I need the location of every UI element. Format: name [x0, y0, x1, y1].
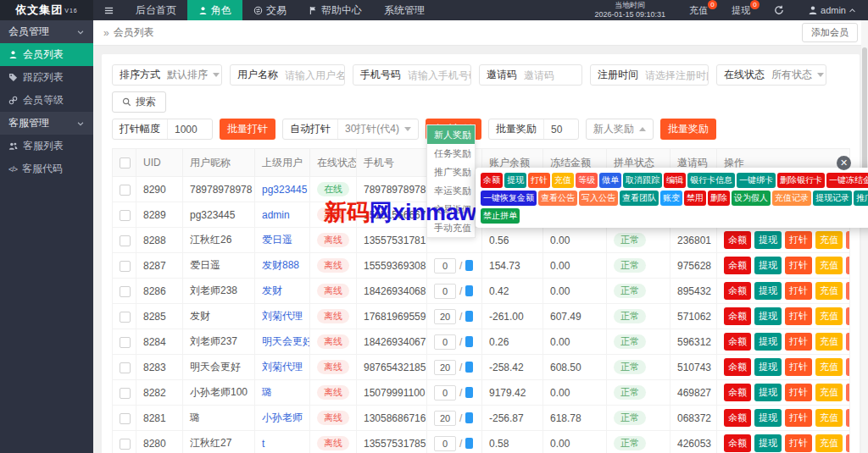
- popup-action-推广列表[interactable]: 推广列表: [854, 191, 868, 206]
- plan-edit-icon[interactable]: [465, 387, 473, 398]
- row-action-等级[interactable]: 等级: [846, 282, 850, 300]
- row-action-充值[interactable]: 充值: [815, 384, 843, 401]
- reward-option-交易返佣[interactable]: 交易返佣: [427, 200, 475, 218]
- row-action-等级[interactable]: 等级: [846, 409, 850, 427]
- plan-input[interactable]: [434, 309, 456, 324]
- popup-action-提现记录[interactable]: 提现记录: [813, 191, 852, 206]
- sidebar-section-客服管理[interactable]: 客服管理: [0, 112, 93, 135]
- row-action-等级[interactable]: 等级: [846, 358, 850, 376]
- parent-user-link[interactable]: 发财: [262, 285, 282, 296]
- popup-action-编辑[interactable]: 编辑: [664, 173, 686, 188]
- nav-item-系统管理[interactable]: 系统管理: [373, 0, 436, 20]
- row-checkbox[interactable]: [120, 185, 131, 196]
- row-action-等级[interactable]: 等级: [846, 257, 850, 274]
- nav-item-后台首页[interactable]: 后台首页: [125, 0, 187, 20]
- invite-code-input[interactable]: [524, 69, 581, 81]
- reward-option-新人奖励[interactable]: 新人奖励: [427, 125, 475, 144]
- row-action-提现[interactable]: 提现: [754, 434, 782, 452]
- sidebar-item-跟踪列表[interactable]: 跟踪列表: [0, 66, 93, 89]
- row-action-提现[interactable]: 提现: [754, 257, 782, 274]
- parent-user-link[interactable]: t: [262, 438, 264, 450]
- batch-reward-button[interactable]: 批量奖励: [660, 119, 716, 140]
- row-action-充值[interactable]: 充值: [815, 307, 843, 325]
- row-action-打针[interactable]: 打针: [785, 282, 812, 300]
- popup-close-button[interactable]: ✕: [837, 156, 851, 170]
- popup-action-删除银行卡[interactable]: 删除银行卡: [777, 173, 825, 188]
- row-checkbox[interactable]: [120, 388, 131, 399]
- row-action-余额[interactable]: 余额: [724, 307, 751, 325]
- row-action-提现[interactable]: 提现: [754, 307, 782, 325]
- row-action-打针[interactable]: 打针: [785, 409, 812, 427]
- row-action-等级[interactable]: 等级: [846, 307, 850, 325]
- hamburger-menu-icon[interactable]: [93, 0, 125, 20]
- sidebar-section-会员管理[interactable]: 会员管理: [0, 20, 93, 43]
- row-checkbox[interactable]: [120, 362, 131, 373]
- plan-edit-icon[interactable]: [465, 336, 473, 347]
- row-action-充值[interactable]: 充值: [815, 333, 843, 351]
- row-action-打针[interactable]: 打针: [785, 434, 812, 452]
- plan-input[interactable]: [434, 360, 456, 375]
- row-action-充值[interactable]: 充值: [815, 434, 843, 452]
- row-checkbox[interactable]: [120, 439, 131, 450]
- parent-user-link[interactable]: 明天会更好: [262, 335, 310, 347]
- row-action-充值[interactable]: 充值: [815, 257, 843, 274]
- online-status-select[interactable]: 所有状态: [771, 68, 812, 82]
- batch-reward-input[interactable]: [544, 124, 578, 135]
- sidebar-item-会员等级[interactable]: 会员等级: [0, 89, 93, 112]
- plan-edit-icon[interactable]: [465, 260, 473, 271]
- parent-user-link[interactable]: 刘菊代理: [262, 310, 303, 322]
- sidebar-item-客服代码[interactable]: </>客服代码: [0, 157, 93, 180]
- username-input[interactable]: [285, 69, 344, 81]
- row-action-余额[interactable]: 余额: [724, 333, 751, 351]
- row-action-等级[interactable]: 等级: [846, 333, 850, 351]
- plan-edit-icon[interactable]: [465, 412, 473, 423]
- parent-user-link[interactable]: 发财888: [262, 259, 299, 271]
- row-action-余额[interactable]: 余额: [724, 358, 751, 376]
- row-action-提现[interactable]: 提现: [754, 282, 782, 300]
- popup-action-一键冻结金额[interactable]: 一键冻结金额: [826, 173, 868, 188]
- row-action-余额[interactable]: 余额: [724, 409, 751, 427]
- popup-action-删除[interactable]: 删除: [708, 191, 730, 206]
- sidebar-item-会员列表[interactable]: 会员列表: [0, 43, 93, 66]
- popup-action-一键恢复金额[interactable]: 一键恢复金额: [481, 191, 537, 206]
- row-action-充值[interactable]: 充值: [815, 231, 843, 249]
- row-action-余额[interactable]: 余额: [724, 282, 751, 300]
- popup-action-提现[interactable]: 提现: [504, 173, 526, 188]
- plan-edit-icon[interactable]: [465, 285, 473, 296]
- recharge-nav-button[interactable]: 充值 0: [677, 0, 720, 20]
- scrollbar-thumb[interactable]: [862, 47, 867, 183]
- nav-item-角色[interactable]: 角色: [187, 0, 242, 20]
- popup-action-银行卡信息[interactable]: 银行卡信息: [687, 173, 735, 188]
- popup-action-等级[interactable]: 等级: [576, 173, 598, 188]
- row-checkbox[interactable]: [120, 261, 131, 272]
- phone-input[interactable]: [408, 69, 470, 81]
- row-action-提现[interactable]: 提现: [754, 231, 782, 249]
- reward-option-幸运奖励[interactable]: 幸运奖励: [427, 181, 475, 200]
- row-action-充值[interactable]: 充值: [815, 358, 843, 376]
- reward-option-任务奖励[interactable]: 任务奖励: [427, 144, 475, 163]
- sort-select[interactable]: 默认排序: [167, 68, 208, 82]
- row-action-打针[interactable]: 打针: [785, 257, 812, 274]
- plan-edit-icon[interactable]: [465, 362, 473, 373]
- row-action-打针[interactable]: 打针: [785, 231, 812, 249]
- plan-input[interactable]: [434, 385, 456, 401]
- plan-input[interactable]: [434, 284, 456, 299]
- popup-action-禁用[interactable]: 禁用: [684, 191, 706, 206]
- row-action-提现[interactable]: 提现: [754, 384, 782, 401]
- parent-user-link[interactable]: admin: [262, 209, 290, 221]
- plan-input[interactable]: [434, 436, 456, 451]
- row-checkbox[interactable]: [120, 337, 131, 348]
- withdraw-nav-button[interactable]: 提现 0: [720, 0, 762, 20]
- popup-action-账变[interactable]: 账变: [660, 191, 682, 206]
- row-action-余额[interactable]: 余额: [724, 231, 751, 249]
- row-action-余额[interactable]: 余额: [724, 257, 751, 274]
- parent-user-link[interactable]: pg323445: [262, 184, 307, 196]
- row-action-打针[interactable]: 打针: [785, 384, 812, 401]
- sidebar-item-客服列表[interactable]: 客服列表: [0, 135, 93, 157]
- row-action-提现[interactable]: 提现: [754, 409, 782, 427]
- row-action-余额[interactable]: 余额: [724, 434, 751, 452]
- row-action-余额[interactable]: 余额: [724, 384, 751, 401]
- plan-edit-icon[interactable]: [465, 311, 473, 322]
- row-action-提现[interactable]: 提现: [754, 333, 782, 351]
- popup-action-设为假人[interactable]: 设为假人: [732, 191, 771, 206]
